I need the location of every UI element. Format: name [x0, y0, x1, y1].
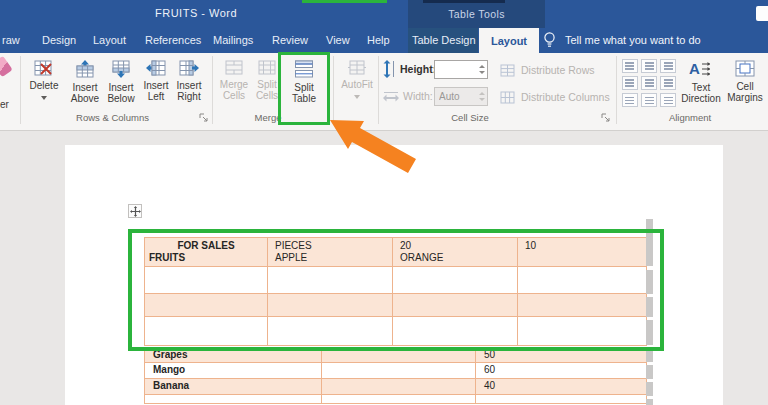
tab-design[interactable]: Design	[42, 34, 76, 46]
cropped-button-fragment[interactable]	[756, 6, 768, 21]
distribute-rows-button: Distribute Rows	[500, 60, 595, 80]
insert-right-icon	[179, 60, 199, 76]
delete-dropdown-chevron[interactable]	[41, 96, 47, 100]
column-width-control: Width:	[383, 86, 433, 106]
height-label: Height:	[400, 63, 436, 75]
row-height-control: Height:	[383, 59, 436, 79]
table-cell[interactable]	[322, 363, 476, 378]
autofit-dropdown-chevron	[354, 95, 360, 99]
align-center-left-button[interactable]	[622, 76, 638, 90]
autofit-button: AutoFit	[338, 57, 376, 119]
cell-margins-icon	[735, 60, 755, 77]
insert-above-icon	[76, 60, 94, 78]
group-label-alignment: Alignment	[645, 112, 735, 123]
tab-view[interactable]: View	[326, 34, 350, 46]
split-cells-icon	[258, 60, 276, 75]
width-spinner	[476, 87, 487, 106]
titlebar-dark-fragment	[423, 0, 505, 3]
distribute-rows-icon	[500, 64, 515, 77]
tab-table-design[interactable]: Table Design	[412, 34, 476, 46]
tab-draw[interactable]: raw	[2, 34, 20, 46]
table-cell[interactable]	[476, 395, 646, 403]
align-center-button[interactable]	[641, 76, 657, 90]
cell-margins-button[interactable]: Cell Margins	[725, 57, 765, 119]
fruit-name-cell[interactable]: Banana	[145, 379, 322, 394]
quantity-cell[interactable]: 40	[476, 379, 646, 394]
split-table-highlight-box	[278, 52, 330, 125]
ribbon-tab-row: raw Design Layout References Mailings Re…	[0, 28, 768, 53]
distribute-columns-button: Distribute Columns	[500, 87, 610, 107]
group-separator	[212, 56, 213, 124]
distribute-columns-icon	[500, 91, 515, 104]
table-cell[interactable]	[322, 379, 476, 394]
insert-below-button[interactable]: Insert Below	[103, 57, 139, 119]
table-row-mango[interactable]: Mango 60	[145, 363, 646, 379]
table-tools-label: Table Tools	[448, 8, 505, 20]
tab-table-layout-selected[interactable]: Layout	[479, 28, 539, 54]
rows-columns-dialog-launcher[interactable]	[199, 113, 209, 123]
insert-above-button[interactable]: Insert Above	[67, 57, 103, 119]
title-bar: Table Tools FRUITS - Word	[0, 0, 768, 28]
width-label: Width:	[403, 90, 433, 102]
text-direction-icon: A	[689, 60, 713, 78]
align-bottom-right-button[interactable]	[660, 93, 676, 107]
tell-me-box[interactable]: Tell me what you want to do	[543, 31, 701, 49]
annotation-fragment-top	[302, 0, 387, 3]
merge-cells-button: Merge Cells	[216, 57, 252, 119]
group-separator	[378, 56, 379, 124]
group-label-cell-size: Cell Size	[430, 112, 510, 123]
align-center-right-button[interactable]	[660, 76, 676, 90]
ribbon: er Delete Insert Above	[0, 53, 768, 131]
tab-review[interactable]: Review	[272, 34, 308, 46]
column-width-icon	[383, 89, 399, 103]
align-top-right-button[interactable]	[660, 59, 676, 73]
quantity-cell[interactable]: 60	[476, 363, 646, 378]
table-row-banana[interactable]: Banana 40	[145, 379, 646, 395]
table-highlight-box	[128, 229, 664, 351]
tab-help[interactable]: Help	[367, 34, 390, 46]
contextual-tab-header: Table Tools	[408, 0, 545, 28]
group-label-rows-columns: Rows & Columns	[40, 112, 185, 123]
document-title: FRUITS - Word	[155, 7, 237, 19]
delete-table-icon	[34, 60, 54, 76]
autofit-icon	[348, 60, 366, 75]
tab-references[interactable]: References	[145, 34, 201, 46]
row-height-icon	[383, 60, 396, 78]
group-separator	[333, 56, 334, 124]
align-bottom-left-button[interactable]	[622, 93, 638, 107]
delete-button[interactable]: Delete	[25, 57, 63, 119]
table-empty-row[interactable]	[145, 395, 646, 403]
insert-right-button[interactable]: Insert Right	[171, 57, 207, 119]
height-spinner[interactable]	[476, 60, 487, 79]
group-separator	[20, 56, 21, 124]
insert-below-icon	[112, 60, 130, 78]
move-cross-icon	[130, 206, 141, 217]
lower-table[interactable]: Grapes 50 Mango 60 Banana 40	[144, 348, 647, 404]
tell-me-label: Tell me what you want to do	[565, 34, 701, 46]
lightbulb-icon	[543, 31, 556, 49]
tab-mailings[interactable]: Mailings	[213, 34, 253, 46]
cell-alignment-grid	[622, 59, 678, 111]
merge-cells-icon	[225, 60, 243, 75]
eraser-label-partial: er	[0, 99, 16, 110]
align-top-left-button[interactable]	[622, 59, 638, 73]
table-cell[interactable]	[145, 395, 322, 403]
cell-size-dialog-launcher[interactable]	[601, 113, 611, 123]
svg-text:A: A	[689, 60, 700, 77]
word-window: Table Tools FRUITS - Word raw Design Lay…	[0, 0, 768, 405]
insert-left-button[interactable]: Insert Left	[139, 57, 173, 119]
fruit-name-cell[interactable]: Mango	[145, 363, 322, 378]
group-separator	[616, 56, 617, 124]
table-cell[interactable]	[322, 395, 476, 403]
align-top-center-button[interactable]	[641, 59, 657, 73]
insert-left-icon	[146, 60, 166, 76]
eraser-icon[interactable]	[0, 56, 13, 77]
tab-layout[interactable]: Layout	[93, 34, 126, 46]
align-bottom-center-button[interactable]	[641, 93, 657, 107]
text-direction-button[interactable]: A Text Direction	[681, 57, 721, 119]
table-move-handle[interactable]	[128, 204, 142, 218]
